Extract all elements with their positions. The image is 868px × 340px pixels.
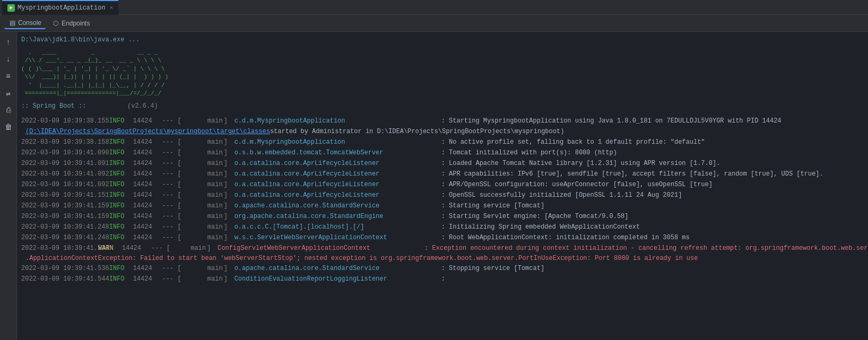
log-timestamp-2: 2022-03-09 10:39:41.090 bbox=[21, 148, 109, 158]
log-logger-4: o.a.catalina.core.AprLifecycleListener bbox=[235, 169, 441, 179]
main-layout: ↑ ↓ ≡ ⇌ ⎙ 🗑 D:\Java\jdk1.8\bin\java.exe … bbox=[0, 32, 868, 340]
log-level-0: INFO bbox=[109, 116, 133, 126]
log-timestamp-0: 2022-03-09 10:39:38.155 bbox=[21, 116, 109, 126]
spring-version-label: :: Spring Boot :: bbox=[21, 101, 127, 111]
log-pid-4: 14424 bbox=[133, 169, 162, 179]
log-bracket-4: ] bbox=[224, 169, 235, 179]
endpoints-tab-button[interactable]: ⬡ Endpoints bbox=[48, 18, 94, 29]
console-tab-button[interactable]: ▤ Console bbox=[4, 18, 46, 29]
log-bracket-3: ] bbox=[224, 159, 235, 168]
log-timestamp-5: 2022-03-09 10:39:41.092 bbox=[21, 180, 109, 189]
log-dashes-6: --- [ bbox=[162, 190, 181, 200]
tab-close-button[interactable]: × bbox=[110, 5, 114, 11]
log-line-11: 2022-03-09 10:39:41.534 WARN 14424 --- [… bbox=[21, 243, 864, 254]
log-logger-6: o.a.catalina.core.AprLifecycleListener bbox=[235, 190, 441, 200]
log-line-8: 2022-03-09 10:39:41.159 INFO 14424 --- [… bbox=[21, 211, 864, 222]
tab-bar: ▶ MyspringbootApplication × bbox=[0, 0, 868, 15]
endpoints-label: Endpoints bbox=[62, 20, 90, 27]
console-output[interactable]: D:\Java\jdk1.8\bin\java.exe ... . ____ _… bbox=[17, 32, 868, 340]
log-bracket-8: ] bbox=[224, 212, 235, 221]
log-bracket-5: ] bbox=[224, 180, 235, 189]
format-button[interactable]: ⇌ bbox=[2, 87, 15, 100]
log-message-2: : Tomcat initialized with port(s): 8080 … bbox=[441, 148, 617, 158]
log-line-3: 2022-03-09 10:39:41.091 INFO 14424 --- [… bbox=[21, 158, 864, 169]
clear-button[interactable]: 🗑 bbox=[2, 121, 15, 134]
log-timestamp-11: 2022-03-09 10:39:41.534 bbox=[21, 243, 98, 253]
log-thread-10: main bbox=[181, 233, 224, 242]
log-dashes-5: --- [ bbox=[162, 180, 181, 189]
log-dashes-7: --- [ bbox=[162, 201, 181, 211]
log-pid-8: 14424 bbox=[133, 212, 162, 221]
log-thread-13: main bbox=[181, 264, 224, 273]
log-dashes-0: --- [ bbox=[162, 116, 181, 126]
log-timestamp-9: 2022-03-09 10:39:41.248 bbox=[21, 222, 109, 232]
log-message-13: : Stopping service [Tomcat] bbox=[441, 264, 544, 273]
log-timestamp-10: 2022-03-09 10:39:41.248 bbox=[21, 233, 109, 242]
run-tab[interactable]: ▶ MyspringbootApplication × bbox=[2, 0, 118, 15]
log-level-5: INFO bbox=[109, 180, 133, 189]
log-level-3: INFO bbox=[109, 159, 133, 168]
log-thread-9: main bbox=[181, 222, 224, 232]
tab-label: MyspringbootApplication bbox=[18, 4, 106, 12]
scroll-up-button[interactable]: ↑ bbox=[2, 36, 15, 49]
log-timestamp-7: 2022-03-09 10:39:41.159 bbox=[21, 201, 109, 211]
log-line-2: 2022-03-09 10:39:41.090 INFO 14424 --- [… bbox=[21, 147, 864, 158]
log-level-7: INFO bbox=[109, 201, 133, 211]
log-message-1: : No active profile set, falling back to… bbox=[441, 137, 705, 147]
log-bracket-0: ] bbox=[224, 116, 235, 126]
log-pid-14: 14424 bbox=[133, 274, 162, 284]
log-message-8: : Starting Servlet engine: [Apache Tomca… bbox=[441, 212, 629, 221]
log-link-suffix-0: started by Administrator in D:\IDEA\Proj… bbox=[270, 127, 565, 136]
log-pid-3: 14424 bbox=[133, 159, 162, 168]
wrap-button[interactable]: ≡ bbox=[2, 70, 15, 83]
log-logger-10: w.s.c.ServletWebServerApplicationContext bbox=[235, 233, 441, 242]
console-header-path: D:\Java\jdk1.8\bin\java.exe ... bbox=[21, 34, 864, 46]
log-thread-7: main bbox=[181, 201, 224, 211]
log-timestamp-13: 2022-03-09 10:39:41.536 bbox=[21, 264, 109, 273]
log-logger-13: o.apache.catalina.core.StandardService bbox=[235, 264, 441, 273]
console-label: Console bbox=[18, 19, 41, 27]
log-timestamp-4: 2022-03-09 10:39:41.092 bbox=[21, 169, 109, 179]
log-bracket-9: ] bbox=[224, 222, 235, 232]
log-logger-3: o.a.catalina.core.AprLifecycleListener bbox=[235, 159, 441, 168]
log-thread-4: main bbox=[181, 169, 224, 179]
log-line-9: 2022-03-09 10:39:41.248 INFO 14424 --- [… bbox=[21, 222, 864, 232]
log-line-6: 2022-03-09 10:39:41.151 INFO 14424 --- [… bbox=[21, 190, 864, 200]
log-pid-13: 14424 bbox=[133, 264, 162, 273]
log-bracket-14: ] bbox=[224, 274, 235, 284]
log-level-13: INFO bbox=[109, 264, 133, 273]
log-level-6: INFO bbox=[109, 190, 133, 200]
log-pid-0: 14424 bbox=[133, 116, 162, 126]
log-pid-11: 14424 bbox=[122, 243, 151, 253]
run-icon: ▶ bbox=[7, 4, 15, 12]
log-logger-9: o.a.c.c.C.[Tomcat].[localhost].[/] bbox=[235, 222, 441, 232]
log-message-3: : Loaded Apache Tomcat Native library [1… bbox=[441, 159, 721, 168]
log-dashes-8: --- [ bbox=[162, 212, 181, 221]
scroll-down-button[interactable]: ↓ bbox=[2, 53, 15, 66]
log-line-13: 2022-03-09 10:39:41.536 INFO 14424 --- [… bbox=[21, 263, 864, 274]
log-logger-1: c.d.m.MyspringbootApplication bbox=[235, 137, 441, 147]
log-line-1: 2022-03-09 10:39:38.158 INFO 14424 --- [… bbox=[21, 137, 864, 147]
log-message-7: : Starting service [Tomcat] bbox=[441, 201, 544, 211]
log-pid-9: 14424 bbox=[133, 222, 162, 232]
print-button[interactable]: ⎙ bbox=[2, 104, 15, 117]
log-thread-6: main bbox=[181, 190, 224, 200]
log-dashes-2: --- [ bbox=[162, 148, 181, 158]
log-logger-11: ConfigServletWebServerApplicationContext bbox=[218, 243, 424, 253]
log-message-14: : bbox=[441, 274, 445, 284]
log-file-link-0[interactable]: (D:\IDEA\Projects\SpringBootProjects\mys… bbox=[25, 127, 270, 136]
log-level-9: INFO bbox=[109, 222, 133, 232]
endpoints-icon: ⬡ bbox=[52, 20, 59, 27]
log-timestamp-14: 2022-03-09 10:39:41.544 bbox=[21, 274, 109, 284]
log-message-0: : Starting MyspringbootApplication using… bbox=[441, 116, 782, 126]
toolbar: ▤ Console ⬡ Endpoints bbox=[0, 15, 868, 32]
log-dashes-1: --- [ bbox=[162, 137, 181, 147]
log-pid-1: 14424 bbox=[133, 137, 162, 147]
log-timestamp-6: 2022-03-09 10:39:41.151 bbox=[21, 190, 109, 200]
log-line-14: 2022-03-09 10:39:41.544 INFO 14424 --- [… bbox=[21, 274, 864, 284]
log-dashes-13: --- [ bbox=[162, 264, 181, 273]
log-bracket-7: ] bbox=[224, 201, 235, 211]
log-logger-2: o.s.b.w.embedded.tomcat.TomcatWebServer bbox=[235, 148, 441, 158]
side-toolbar: ↑ ↓ ≡ ⇌ ⎙ 🗑 bbox=[0, 32, 17, 340]
log-bracket-11: ] bbox=[207, 243, 218, 253]
